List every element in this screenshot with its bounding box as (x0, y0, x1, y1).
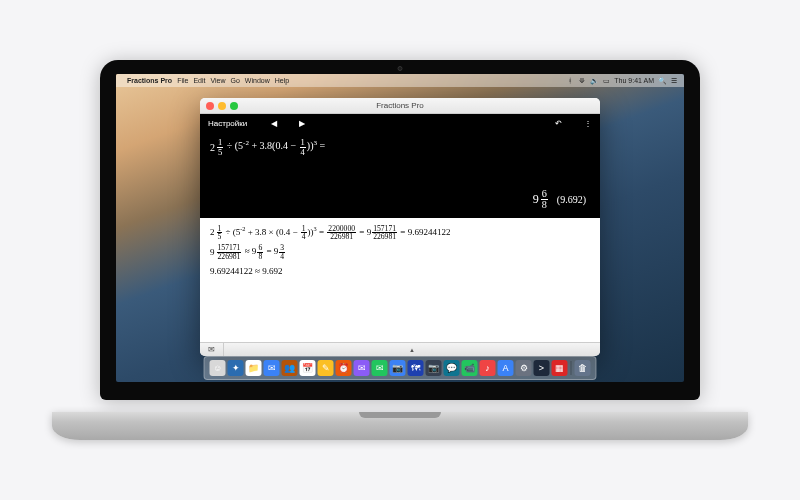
dock-app-icon[interactable]: 🗺 (408, 360, 424, 376)
window-titlebar[interactable]: Fractions Pro (200, 98, 600, 114)
overflow-menu-icon[interactable]: ⋮ (584, 119, 592, 128)
dock-app-icon[interactable]: A (498, 360, 514, 376)
settings-button[interactable]: Настройки (208, 119, 247, 128)
dock-app-icon[interactable]: > (534, 360, 550, 376)
menu-view[interactable]: View (210, 77, 225, 84)
notification-center-icon[interactable]: ☰ (670, 77, 678, 85)
bluetooth-icon[interactable]: ᚼ (566, 77, 574, 85)
calculator-display: 215 ÷ (5-2 + 3.8(0.4 − 14))3 = 968 (9.69… (200, 132, 600, 218)
dock-app-icon[interactable]: 📁 (246, 360, 262, 376)
work-line-1: 215 ÷ (5-2 + 3.8 × (0.4 − 14))3 = 220000… (210, 224, 590, 241)
menu-help[interactable]: Help (275, 77, 289, 84)
dock-app-icon[interactable]: ✉ (354, 360, 370, 376)
collapse-handle-icon[interactable]: ▲ (224, 347, 600, 353)
wifi-icon[interactable]: ⟱ (578, 77, 586, 85)
screen-bezel: Fractions Pro File Edit View Go Window H… (100, 60, 700, 400)
dock-app-icon[interactable]: 📷 (390, 360, 406, 376)
dock-app-icon[interactable]: 📅 (300, 360, 316, 376)
spotlight-icon[interactable]: 🔍 (658, 77, 666, 85)
minimize-button[interactable] (218, 102, 226, 110)
dock-app-icon[interactable]: 📷 (426, 360, 442, 376)
menu-edit[interactable]: Edit (193, 77, 205, 84)
zoom-button[interactable] (230, 102, 238, 110)
work-line-3: 9.69244122 ≈ 9.692 (210, 263, 590, 280)
app-window: Fractions Pro Настройки ◀ ▶ ↶ ⋮ 215 (200, 98, 600, 356)
laptop-base (52, 412, 748, 440)
dock-app-icon[interactable]: 👥 (282, 360, 298, 376)
window-title: Fractions Pro (200, 101, 600, 110)
menu-go[interactable]: Go (231, 77, 240, 84)
dock-app-icon[interactable]: ✎ (318, 360, 334, 376)
input-expression: 215 ÷ (5-2 + 3.8(0.4 − 14))3 = (210, 138, 590, 156)
dock-app-icon[interactable]: ⚙ (516, 360, 532, 376)
dock-app-icon[interactable]: ⏰ (336, 360, 352, 376)
dock-app-icon[interactable]: ✉ (372, 360, 388, 376)
dock-app-icon[interactable]: 📹 (462, 360, 478, 376)
volume-icon[interactable]: 🔉 (590, 77, 598, 85)
app-name-menu[interactable]: Fractions Pro (127, 77, 172, 84)
traffic-lights (206, 102, 238, 110)
work-line-2: 9157171226981 ≈ 968 = 934 (210, 243, 590, 260)
dock-app-icon[interactable]: ☺ (210, 360, 226, 376)
dock-app-icon[interactable]: ✉ (264, 360, 280, 376)
macos-dock: ☺✦📁✉👥📅✎⏰✉✉📷🗺📷💬📹♪A⚙>▦🗑 (204, 356, 597, 380)
dock-app-icon[interactable]: ▦ (552, 360, 568, 376)
close-button[interactable] (206, 102, 214, 110)
share-mail-icon[interactable]: ✉ (200, 343, 224, 356)
window-bottom-bar: ✉ ▲ (200, 342, 600, 356)
back-icon[interactable]: ◀ (271, 119, 277, 128)
result-display: 968 (9.692) (533, 189, 586, 210)
menu-window[interactable]: Window (245, 77, 270, 84)
undo-icon[interactable]: ↶ (555, 119, 562, 128)
camera-dot (398, 66, 403, 71)
work-steps-area: 215 ÷ (5-2 + 3.8 × (0.4 − 14))3 = 220000… (200, 218, 600, 342)
dock-app-icon[interactable]: 💬 (444, 360, 460, 376)
dock-app-icon[interactable]: ♪ (480, 360, 496, 376)
dock-app-icon[interactable]: ✦ (228, 360, 244, 376)
menu-file[interactable]: File (177, 77, 188, 84)
menubar-left: Fractions Pro File Edit View Go Window H… (122, 77, 289, 84)
dock-app-icon[interactable]: 🗑 (575, 360, 591, 376)
battery-icon[interactable]: ▭ (602, 77, 610, 85)
desktop-screen: Fractions Pro File Edit View Go Window H… (116, 74, 684, 382)
app-toolbar: Настройки ◀ ▶ ↶ ⋮ (200, 114, 600, 132)
decimal-result: (9.692) (557, 194, 586, 205)
macos-menubar: Fractions Pro File Edit View Go Window H… (116, 74, 684, 87)
forward-icon[interactable]: ▶ (299, 119, 305, 128)
menubar-right: ᚼ ⟱ 🔉 ▭ Thu 9:41 AM 🔍 ☰ (566, 77, 678, 85)
clock[interactable]: Thu 9:41 AM (614, 77, 654, 84)
laptop-mockup: Fractions Pro File Edit View Go Window H… (100, 60, 700, 440)
